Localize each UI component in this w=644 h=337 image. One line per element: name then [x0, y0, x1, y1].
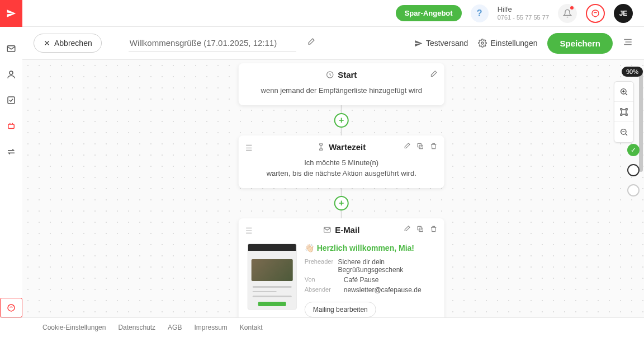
- start-node[interactable]: Start wenn jemand der Empfängerliste hin…: [239, 63, 444, 105]
- wait-line2: warten, bis die nächste Aktion ausgeführ…: [249, 168, 434, 179]
- nav-forms-icon[interactable]: [6, 95, 16, 105]
- zoom-level-badge: 90%: [622, 67, 643, 77]
- wait-title: Wartezeit: [329, 142, 366, 152]
- email-node[interactable]: ☰ E-Mail: [239, 218, 444, 318]
- help-label: Hilfe: [498, 5, 549, 14]
- step-3[interactable]: [627, 184, 640, 196]
- email-preview-thumbnail[interactable]: [248, 244, 297, 310]
- nav-contacts-icon[interactable]: [6, 69, 16, 79]
- footer-impressum-link[interactable]: Impressum: [194, 324, 227, 331]
- email-title: E-Mail: [335, 225, 359, 235]
- add-step-button[interactable]: +: [334, 113, 349, 128]
- footer-agb-link[interactable]: AGB: [168, 324, 182, 331]
- automation-canvas[interactable]: 90% Start wenn jemand der Empfängerliste…: [22, 60, 644, 317]
- topbar: Spar-Angebot ? Hilfe 0761 - 55 77 55 77 …: [22, 0, 644, 27]
- nav-automation-icon[interactable]: [6, 121, 16, 131]
- clock-icon: [326, 71, 334, 79]
- save-button[interactable]: Speichern: [547, 33, 613, 54]
- step-1-complete[interactable]: ✓: [627, 144, 640, 156]
- testversand-label: Testversand: [426, 39, 468, 48]
- svg-rect-2: [8, 97, 15, 104]
- preheader-value: Sichere dir dein Begrüßungsgeschenk: [338, 258, 435, 274]
- nav-mail-icon[interactable]: [6, 44, 16, 54]
- footer-datenschutz-link[interactable]: Datenschutz: [118, 324, 155, 331]
- settings-label: Einstellungen: [490, 39, 537, 48]
- cancel-button[interactable]: Abbrechen: [34, 34, 102, 53]
- sender-label: Absender: [305, 286, 344, 294]
- editor-header: Abbrechen Testversand Einstellungen Spei…: [22, 27, 644, 60]
- wave-icon: 👋🏻: [305, 244, 314, 252]
- zoom-toolbar: [614, 81, 634, 143]
- zoom-fit-button[interactable]: [614, 102, 633, 122]
- copy-icon[interactable]: [416, 142, 424, 152]
- wait-line1: Ich möchte 5 Minute(n): [249, 157, 434, 168]
- footer-kontakt-link[interactable]: Kontakt: [240, 324, 263, 331]
- svg-point-4: [481, 42, 484, 44]
- footer-cookie-link[interactable]: Cookie-Einstellungen: [42, 324, 106, 331]
- floating-support-button[interactable]: [0, 298, 22, 317]
- cancel-label: Abbrechen: [54, 39, 92, 48]
- notifications-button[interactable]: [558, 4, 577, 23]
- delete-icon[interactable]: [430, 225, 438, 235]
- hourglass-icon: [317, 143, 325, 151]
- drag-handle-icon[interactable]: ☰: [245, 226, 253, 235]
- delete-icon[interactable]: [430, 142, 438, 152]
- email-subject: 👋🏻 Herzlich willkommen, Mia!: [305, 244, 435, 252]
- drag-handle-icon[interactable]: ☰: [245, 143, 253, 152]
- settings-button[interactable]: Einstellungen: [478, 39, 537, 48]
- support-button[interactable]: [586, 4, 605, 23]
- help-icon[interactable]: ?: [471, 4, 489, 22]
- wait-node[interactable]: ☰ Wartezeit Ich möchte 5 Minute(n) warte…: [239, 135, 444, 188]
- edit-icon[interactable]: [403, 142, 411, 152]
- start-title: Start: [338, 70, 357, 79]
- from-label: Von: [305, 276, 344, 284]
- footer: Cookie-Einstellungen Datenschutz AGB Imp…: [0, 317, 644, 337]
- svg-point-1: [10, 71, 13, 74]
- email-icon: [323, 226, 332, 234]
- zoom-in-button[interactable]: [614, 82, 633, 102]
- promo-button[interactable]: Spar-Angebot: [396, 5, 462, 21]
- automation-title-input[interactable]: [129, 35, 296, 52]
- testversand-button[interactable]: Testversand: [414, 39, 468, 48]
- main-nav: [0, 27, 22, 317]
- preheader-label: Preheader: [305, 258, 338, 274]
- canvas-scrollbar[interactable]: [639, 71, 643, 172]
- automation-flow: Start wenn jemand der Empfängerliste hin…: [239, 63, 444, 317]
- user-avatar[interactable]: JE: [614, 4, 633, 23]
- from-value: Café Pause: [344, 276, 379, 284]
- help-info: Hilfe 0761 - 55 77 55 77: [498, 5, 549, 21]
- help-phone: 0761 - 55 77 55 77: [498, 14, 549, 21]
- zoom-out-button[interactable]: [614, 122, 633, 142]
- svg-rect-3: [8, 124, 15, 129]
- edit-icon[interactable]: [429, 70, 438, 81]
- nav-transfer-icon[interactable]: [6, 147, 16, 157]
- svg-rect-6: [622, 110, 626, 114]
- app-logo[interactable]: [0, 0, 22, 27]
- step-2[interactable]: [627, 164, 640, 176]
- edit-icon[interactable]: [403, 225, 411, 235]
- edit-mailing-button[interactable]: Mailing bearbeiten: [305, 302, 376, 317]
- wizard-stepper: ✓: [627, 144, 640, 196]
- copy-icon[interactable]: [416, 225, 424, 235]
- sender-value: newsletter@cafepause.de: [344, 286, 422, 294]
- start-desc: wenn jemand der Empfängerliste hinzugefü…: [239, 82, 444, 105]
- edit-title-icon[interactable]: [306, 38, 315, 49]
- add-step-button[interactable]: +: [334, 196, 349, 210]
- panel-toggle-icon[interactable]: [623, 37, 633, 49]
